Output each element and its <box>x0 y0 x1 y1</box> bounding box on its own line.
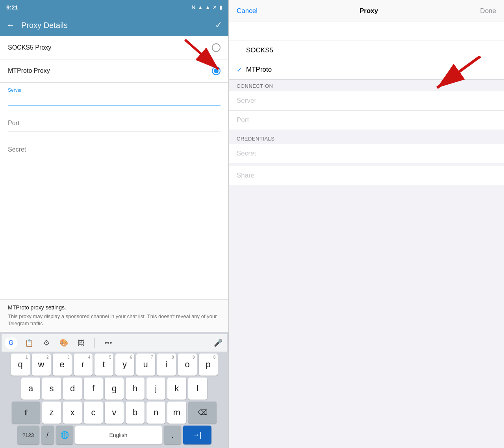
mtproto-label: MTProto Proxy <box>8 67 50 74</box>
keyboard-row-1: 1q 2w 3e 4r 5t 6y 7u 8i 9o 0p <box>2 354 227 376</box>
key-v[interactable]: v <box>105 402 124 424</box>
key-i[interactable]: 8i <box>157 354 176 376</box>
ios-port-field: Port <box>229 111 504 130</box>
key-h[interactable]: h <box>126 378 145 400</box>
enter-key[interactable]: →| <box>183 426 211 444</box>
mtproto-option[interactable]: ✓ MTProto <box>229 60 504 80</box>
key-a[interactable]: a <box>21 378 40 400</box>
key-x[interactable]: x <box>63 402 82 424</box>
key-e[interactable]: 3e <box>53 354 72 376</box>
keyboard: G 📋 ⚙ 🎨 🖼 ••• 🎤 1q 2w 3e 4r 5t <box>0 332 228 448</box>
cancel-button[interactable]: Cancel <box>237 7 258 15</box>
space-key[interactable]: English <box>75 426 162 444</box>
key-t[interactable]: 5t <box>94 354 113 376</box>
key-b[interactable]: b <box>126 402 145 424</box>
dot-key[interactable]: . <box>164 426 181 444</box>
slash-key[interactable]: / <box>41 426 54 444</box>
connection-section-header: CONNECTION <box>229 80 504 91</box>
key-p[interactable]: 0p <box>199 354 218 376</box>
port-field <box>8 115 220 132</box>
server-input[interactable] <box>8 94 220 106</box>
credentials-section-header: CREDENTIALS <box>229 133 504 144</box>
clipboard-icon[interactable]: 📋 <box>24 337 35 348</box>
key-m[interactable]: m <box>167 402 186 424</box>
settings-icon[interactable]: ⚙ <box>41 337 52 348</box>
key-f[interactable]: f <box>84 378 103 400</box>
nfc-icon: N <box>192 4 195 10</box>
check-button[interactable]: ✓ <box>215 20 222 30</box>
mtproto-radio-item[interactable]: MTProto Proxy <box>0 59 228 83</box>
key-j[interactable]: j <box>146 378 165 400</box>
mute-icon: ✕ <box>213 4 217 10</box>
key-n[interactable]: n <box>146 402 165 424</box>
keyboard-row-3: ⇧ z x c v b n m ⌫ <box>2 402 227 424</box>
proxy-desc-title: MTProto proxy settings. <box>8 304 220 311</box>
key-y[interactable]: 6y <box>115 354 134 376</box>
mtproto-option-label: MTProto <box>246 66 272 74</box>
android-panel: 9:21 N ▲ ▲ ✕ ▮ ← Proxy Details ✓ SOCKS5 … <box>0 0 228 448</box>
status-bar: 9:21 N ▲ ▲ ✕ ▮ <box>0 0 228 14</box>
key-c[interactable]: c <box>84 402 103 424</box>
keyboard-row-4: ?123 / 🌐 English . →| <box>2 426 227 444</box>
key-l[interactable]: l <box>188 378 207 400</box>
socks5-option-label: SOCKS5 <box>246 46 273 54</box>
key-s[interactable]: s <box>42 378 61 400</box>
server-field: Server <box>8 87 220 106</box>
mic-icon[interactable]: 🎤 <box>213 337 224 348</box>
secret-input[interactable] <box>8 141 220 158</box>
socks5-radio-circle[interactable] <box>212 43 220 52</box>
status-icons: N ▲ ▲ ✕ ▮ <box>192 4 222 10</box>
ios-share-row[interactable]: Share <box>229 166 504 185</box>
more-icon[interactable]: ••• <box>103 337 114 348</box>
key-q[interactable]: 1q <box>11 354 30 376</box>
wifi-icon: ▲ <box>198 4 203 10</box>
done-button[interactable]: Done <box>480 7 496 15</box>
status-time: 9:21 <box>6 4 18 11</box>
globe-key[interactable]: 🌐 <box>56 426 73 444</box>
backspace-key[interactable]: ⌫ <box>188 402 217 424</box>
shift-key[interactable]: ⇧ <box>12 402 40 424</box>
socks5-option[interactable]: SOCKS5 <box>229 41 504 60</box>
socks5-label: SOCKS5 Proxy <box>8 44 51 51</box>
mtproto-option-wrapper: ✓ MTProto <box>229 60 504 80</box>
ios-picker-area: SOCKS5 ✓ MTProto <box>229 22 504 80</box>
keyboard-row-2: a s d f g h j k l <box>2 378 227 400</box>
proxy-description: MTProto proxy settings. This proxy may d… <box>0 299 228 332</box>
mtproto-radio-circle[interactable] <box>212 67 220 75</box>
key-g[interactable]: g <box>105 378 124 400</box>
key-w[interactable]: 2w <box>32 354 51 376</box>
ios-secret-placeholder: Secret <box>237 150 256 157</box>
sym-key[interactable]: ?123 <box>17 426 39 444</box>
socks5-radio-item[interactable]: SOCKS5 Proxy <box>0 36 228 59</box>
keyboard-toolbar: G 📋 ⚙ 🎨 🖼 ••• 🎤 <box>2 334 227 352</box>
signal-icon: ▲ <box>205 4 210 10</box>
key-d[interactable]: d <box>63 378 82 400</box>
ios-secret-field: Secret <box>229 144 504 163</box>
port-input[interactable] <box>8 115 220 132</box>
google-icon[interactable]: G <box>5 337 17 349</box>
ios-picker-spacer <box>229 22 504 41</box>
ios-share-label[interactable]: Share <box>237 172 254 179</box>
theme-icon[interactable]: 🎨 <box>58 337 69 348</box>
ios-server-field: Server <box>229 91 504 111</box>
toolbar-divider <box>94 338 95 348</box>
key-o[interactable]: 9o <box>178 354 197 376</box>
key-r[interactable]: 4r <box>74 354 93 376</box>
key-k[interactable]: k <box>167 378 186 400</box>
page-title: Proxy Details <box>21 21 215 30</box>
proxy-desc-text: This proxy may display a sponsored chann… <box>8 313 220 327</box>
server-label: Server <box>8 87 220 93</box>
sticker-icon[interactable]: 🖼 <box>76 337 87 348</box>
android-content: SOCKS5 Proxy MTProto Proxy <box>0 36 228 448</box>
ios-nav-bar: Cancel Proxy Done <box>229 0 504 22</box>
mtproto-row-wrapper: MTProto Proxy <box>0 59 228 83</box>
ios-panel: Cancel Proxy Done SOCKS5 ✓ MTProto <box>228 0 504 448</box>
key-z[interactable]: z <box>42 402 61 424</box>
back-button[interactable]: ← <box>6 20 15 30</box>
android-toolbar: ← Proxy Details ✓ <box>0 14 228 36</box>
battery-icon: ▮ <box>219 4 222 10</box>
secret-field <box>8 141 220 158</box>
key-u[interactable]: 7u <box>136 354 155 376</box>
mtproto-check: ✓ <box>237 66 246 74</box>
credentials-form-group: Secret <box>229 144 504 163</box>
